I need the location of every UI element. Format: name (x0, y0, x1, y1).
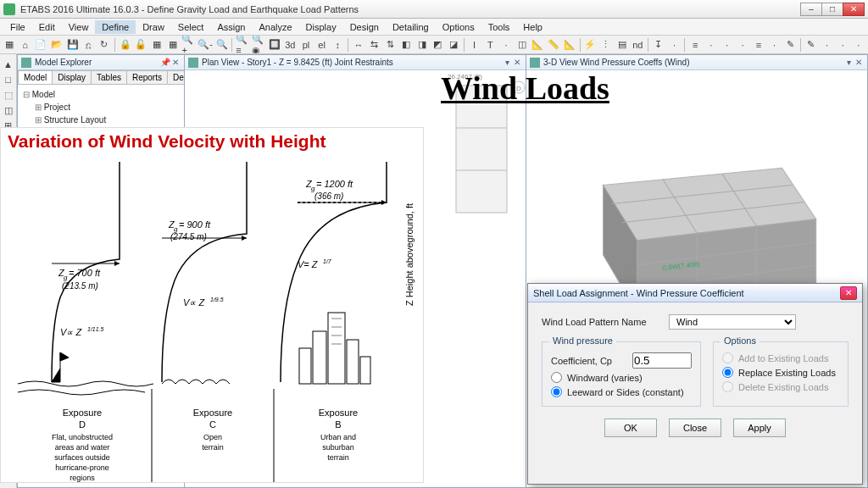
toolbar-button-5[interactable]: ⎌ (81, 37, 96, 53)
maximize-button[interactable]: □ (821, 3, 843, 16)
toolbar-button-17[interactable]: 3d (282, 37, 298, 53)
toolbar-button-50[interactable]: · (820, 37, 835, 53)
toolbar-button-2[interactable]: 📄 (33, 37, 48, 53)
windward-radio[interactable] (551, 372, 562, 383)
toolbar-button-20[interactable]: ↕ (330, 37, 345, 53)
ok-button[interactable]: OK (604, 419, 657, 437)
toolbar-button-22[interactable]: ⇆ (367, 37, 382, 53)
toolbar-button-23[interactable]: ⇅ (382, 37, 398, 53)
menu-options[interactable]: Options (436, 20, 481, 34)
toolbar-button-13[interactable]: 🔍 (214, 37, 230, 53)
menu-draw[interactable]: Draw (136, 20, 171, 34)
toolbar-button-38[interactable]: nd (630, 37, 645, 53)
plan-view-header[interactable]: Plan View - Story1 - Z = 9.8425 (ft) Joi… (185, 55, 526, 70)
toolbar-button-49[interactable]: ✎ (804, 37, 819, 53)
toolbar-button-26[interactable]: ◩ (430, 37, 445, 53)
toolbar-button-21[interactable]: ↔ (351, 37, 366, 53)
toolbar-button-45[interactable]: · (735, 37, 750, 53)
explorer-tab-display[interactable]: Display (52, 70, 92, 84)
panel-close-icon[interactable]: ✕ (854, 58, 864, 67)
toolbar-button-4[interactable]: 💾 (65, 37, 81, 53)
toolbar-button-44[interactable]: · (720, 37, 735, 53)
toolbar-button-0[interactable]: ▦ (2, 37, 17, 53)
toolbar-button-9[interactable]: ▦ (149, 37, 164, 53)
toolbar-button-34[interactable]: 📐 (562, 37, 577, 53)
dialog-title-bar[interactable]: Shell Load Assignment - Wind Pressure Co… (528, 284, 862, 302)
panel-dropdown-icon[interactable]: ▾ (843, 58, 854, 67)
toolbar-button-43[interactable]: · (704, 37, 719, 53)
toolbar-button-7[interactable]: 🔒 (118, 37, 133, 53)
explorer-tab-tables[interactable]: Tables (91, 70, 127, 84)
panel-close-icon[interactable]: ✕ (512, 58, 522, 67)
left-tool-1[interactable]: □ (2, 73, 15, 86)
toolbar-button-14[interactable]: 🔍≡ (235, 37, 250, 53)
menu-tools[interactable]: Tools (481, 20, 517, 34)
toolbar-button-47[interactable]: · (767, 37, 782, 53)
toolbar-button-46[interactable]: ≡ (751, 37, 766, 53)
coefficient-input[interactable] (632, 352, 692, 369)
toolbar-button-15[interactable]: 🔍◉ (251, 37, 266, 53)
menu-assign[interactable]: Assign (210, 20, 252, 34)
toolbar-button-8[interactable]: 🔓 (133, 37, 148, 53)
menu-design[interactable]: Design (343, 20, 386, 34)
menu-analyze[interactable]: Analyze (252, 20, 298, 34)
toolbar-button-27[interactable]: ◪ (446, 37, 461, 53)
toolbar-button-37[interactable]: ▤ (615, 37, 630, 53)
menu-help[interactable]: Help (516, 20, 549, 34)
menu-detailing[interactable]: Detailing (386, 20, 436, 34)
panel-pin-icon[interactable]: 📌 (160, 58, 170, 67)
tree-root[interactable]: Model (23, 88, 179, 101)
explorer-tab-model[interactable]: Model (18, 70, 53, 84)
toolbar-button-12[interactable]: 🔍- (197, 37, 214, 53)
menu-define[interactable]: Define (95, 20, 136, 34)
toolbar-button-28[interactable]: I (467, 37, 482, 53)
panel-dropdown-icon[interactable]: ▾ (502, 58, 512, 67)
toolbar-button-40[interactable]: ↧ (651, 37, 666, 53)
toolbar-button-41[interactable]: · (667, 37, 682, 53)
toolbar-button-29[interactable]: T (482, 37, 498, 53)
toolbar-button-18[interactable]: pl (298, 37, 314, 53)
replace-loads-radio[interactable] (722, 367, 733, 378)
wind-pattern-select[interactable]: Wind (669, 314, 796, 330)
toolbar-button-24[interactable]: ◧ (398, 37, 414, 53)
apply-button[interactable]: Apply (733, 419, 786, 437)
menu-file[interactable]: File (3, 20, 32, 34)
toolbar-button-30[interactable]: · (498, 37, 514, 53)
toolbar-button-52[interactable]: · (851, 37, 866, 53)
3d-view-header[interactable]: 3-D View Wind Pressure Coeffs (Wind) ▾ ✕ (526, 55, 867, 70)
toolbar-button-42[interactable]: ≡ (687, 37, 703, 53)
menu-view[interactable]: View (62, 20, 96, 34)
close-button[interactable]: ✕ (843, 3, 865, 16)
toolbar-button-6[interactable]: ↻ (97, 37, 112, 53)
minimize-button[interactable]: – (800, 3, 822, 16)
menu-display[interactable]: Display (299, 20, 343, 34)
toolbar-button-19[interactable]: el (314, 37, 330, 53)
toolbar-button-10[interactable]: ▦ (165, 37, 181, 53)
toolbar-button-16[interactable]: 🔲 (267, 37, 282, 53)
toolbar-button-32[interactable]: 📐 (530, 37, 545, 53)
toolbar-button-3[interactable]: 📂 (49, 37, 64, 53)
menu-select[interactable]: Select (171, 20, 211, 34)
toolbar-button-51[interactable]: · (835, 37, 850, 53)
toolbar-button-35[interactable]: ⚡ (582, 37, 598, 53)
toolbar-button-11[interactable]: 🔍+ (181, 37, 196, 53)
toolbar-button-25[interactable]: ◨ (415, 37, 430, 53)
toolbar-button-33[interactable]: 📏 (546, 37, 561, 53)
tree-node[interactable]: Project (35, 101, 179, 114)
model-explorer-header[interactable]: Model Explorer 📌 ✕ (18, 55, 184, 70)
tree-node[interactable]: Structure Layout (35, 114, 179, 126)
toolbar-button-36[interactable]: ⋮ (598, 37, 614, 53)
toolbar-button-48[interactable]: ✎ (782, 37, 798, 53)
left-tool-2[interactable]: ⬚ (2, 88, 15, 102)
left-tool-0[interactable]: ▲ (2, 58, 15, 71)
toolbar-button-1[interactable]: ⌂ (18, 37, 33, 53)
panel-close-icon[interactable]: ✕ (170, 58, 181, 67)
left-tool-3[interactable]: ◫ (2, 103, 15, 117)
close-dialog-button[interactable]: Close (669, 419, 721, 437)
toolbar-button-31[interactable]: ◫ (515, 37, 530, 53)
menu-edit[interactable]: Edit (32, 20, 62, 34)
explorer-tab-reports[interactable]: Reports (126, 70, 168, 84)
svg-marker-36 (242, 236, 247, 241)
leeward-radio[interactable] (551, 386, 562, 397)
dialog-close-button[interactable]: ✕ (840, 286, 857, 300)
